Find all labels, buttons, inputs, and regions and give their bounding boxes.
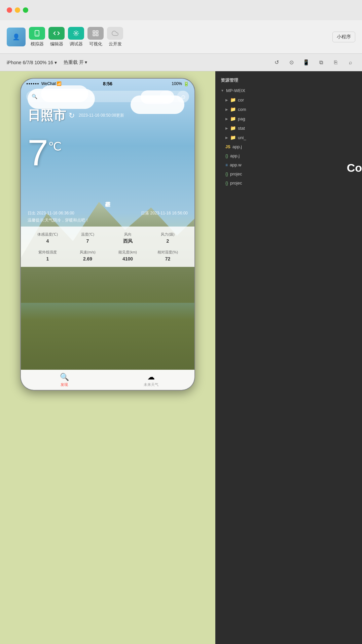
details-grid: 体感温度(℃) 4 温度(℃) 7 风向 西风 风力(级) 2 紫外线强度 1 … <box>28 232 188 261</box>
window-icon[interactable]: ⧉ <box>316 58 326 67</box>
device-selector[interactable]: iPhone 6/7/8 100% 16 ▾ <box>7 60 57 65</box>
tree-item-pag[interactable]: ▶ 📁 pag <box>215 114 362 123</box>
refresh-weather-icon[interactable]: ↻ <box>69 111 75 120</box>
detail-value: 4 <box>46 238 49 244</box>
detail-value: 2.69 <box>83 256 92 261</box>
city-name: 日照市 <box>28 107 66 124</box>
simulator-label: 模拟器 <box>31 41 44 47</box>
editor-button[interactable]: 编辑器 <box>48 27 65 47</box>
tab-discover[interactable]: 🔍 发现 <box>21 373 108 387</box>
simulator-button[interactable]: 模拟器 <box>29 27 45 47</box>
status-bar: ●●●●●● WeChat 📶 8:56 100% 🔋 <box>21 79 194 89</box>
temperature-tip: 温馨提示:天气阴冷，穿暖和点吧！ <box>28 217 188 223</box>
svg-rect-6 <box>96 34 98 36</box>
svg-rect-4 <box>96 31 98 33</box>
detail-label: 风向 <box>124 232 132 237</box>
hot-reload[interactable]: 热重载 开 ▾ <box>64 59 87 66</box>
detail-label: 能见度(km) <box>118 250 137 255</box>
tree-label-appjs: app.j <box>232 144 242 149</box>
tree-arrow-uni: ▶ <box>225 136 228 139</box>
tree-label-stat: stat <box>238 126 245 131</box>
avatar-icon: 👤 <box>12 33 20 41</box>
svg-point-2 <box>75 32 77 34</box>
tab-forecast[interactable]: ☁ 未来天气 <box>108 373 194 387</box>
detail-value: 4100 <box>122 256 133 261</box>
copy-icon[interactable]: ⎘ <box>331 58 340 67</box>
detail-item: 温度(℃) 7 <box>68 232 108 244</box>
location-button[interactable]: ➤ <box>159 91 172 103</box>
detail-label: 温度(℃) <box>81 232 94 237</box>
tree-item-appjs[interactable]: JS app.j <box>215 142 362 151</box>
close-button[interactable] <box>7 7 12 13</box>
sunrise-info: 日出 2023-11-16 06:36:00 <box>28 210 74 216</box>
temperature-unit: ℃ <box>48 139 62 154</box>
location-arrow-icon: ➤ <box>164 94 168 100</box>
svg-rect-5 <box>93 34 95 36</box>
cloud-label: 云开发 <box>109 41 122 47</box>
folder-icon-stat: 📁 <box>230 125 236 131</box>
tree-item-com[interactable]: ▶ 📁 com <box>215 105 362 114</box>
search-icon[interactable]: ⌕ <box>346 58 355 67</box>
editor-icon <box>48 27 65 40</box>
battery-icon: 🔋 <box>183 81 189 86</box>
tree-arrow-com: ▶ <box>225 108 228 111</box>
tree-arrow-cor: ▶ <box>225 98 228 102</box>
status-right: 100% 🔋 <box>172 81 189 86</box>
forecast-icon: ☁ <box>147 373 155 381</box>
detail-item: 风力(级) 2 <box>148 232 188 244</box>
device-bar: iPhone 6/7/8 100% 16 ▾ 热重载 开 ▾ ↺ ⊙ 📱 ⧉ ⎘… <box>0 54 362 71</box>
tree-item-stat[interactable]: ▶ 📁 stat <box>215 123 362 133</box>
folder-icon-cor: 📁 <box>230 97 236 103</box>
status-left: ●●●●●● WeChat 📶 <box>26 81 62 86</box>
detail-item: 能见度(km) 4100 <box>108 250 148 261</box>
svg-rect-3 <box>93 31 95 33</box>
update-time: 2023-11-16 08:50:08更新 <box>79 113 124 118</box>
right-panel: 资源管理 ▼ MP-WEIX ▶ 📁 cor ▶ 📁 com ▶ 📁 pag ▶… <box>215 71 362 644</box>
file-js-icon: JS <box>225 145 230 149</box>
folder-icon-pag: 📁 <box>230 116 236 121</box>
cloud-button[interactable]: 云开发 <box>107 27 123 47</box>
tree-root-arrow: ▼ <box>221 89 224 92</box>
search-icon: 🔍 <box>32 94 37 99</box>
detail-label: 相对湿度(%) <box>157 250 178 255</box>
detail-item: 风速(m/s) 2.69 <box>68 250 108 261</box>
sunset-label: 日落 <box>141 211 149 215</box>
tree-item-cor[interactable]: ▶ 📁 cor <box>215 95 362 105</box>
tree-item-proj1[interactable]: {} projec <box>215 169 362 178</box>
co-partial-text: Co <box>347 161 362 174</box>
mac-titlebar <box>0 0 362 20</box>
target-button[interactable]: ⊙ <box>177 91 189 103</box>
carrier-label: WeChat <box>41 81 56 86</box>
toolbar-right: 小程序 <box>332 32 355 42</box>
file-json-icon-2: {} <box>225 172 228 176</box>
tree-label-appwxss: app.w <box>230 162 242 167</box>
mini-program-button[interactable]: 小程序 <box>332 32 355 42</box>
phone-icon[interactable]: 📱 <box>301 58 311 67</box>
minimize-button[interactable] <box>15 7 20 13</box>
tab-discover-label: 发现 <box>61 382 68 387</box>
detail-value: 2 <box>167 238 169 244</box>
tree-label-uni: uni_ <box>238 135 246 140</box>
refresh-icon[interactable]: ↺ <box>272 58 281 67</box>
discover-icon: 🔍 <box>60 373 69 381</box>
app-content: ●●●●●● WeChat 📶 8:56 100% 🔋 ➤ <box>21 79 194 390</box>
sunrise-time: 2023-11-16 06:36:00 <box>37 211 74 215</box>
sunrise-label: 日出 <box>28 211 36 215</box>
debugger-button[interactable]: 调试器 <box>68 27 84 47</box>
tree-item-proj2[interactable]: {} projec <box>215 178 362 188</box>
tree-arrow-stat: ▶ <box>225 126 228 130</box>
phone-screen: ●●●●●● WeChat 📶 8:56 100% 🔋 ➤ <box>21 79 194 390</box>
device-name: iPhone 6/7/8 100% 16 ▾ <box>7 60 57 65</box>
tree-label-proj1: projec <box>230 171 242 176</box>
maximize-button[interactable] <box>23 7 28 13</box>
visualize-button[interactable]: 可视化 <box>87 27 104 47</box>
cloud-icon <box>107 27 123 40</box>
avatar: 👤 <box>7 28 26 46</box>
tree-item-uni[interactable]: ▶ 📁 uni_ <box>215 133 362 142</box>
detail-label: 风力(级) <box>161 232 174 237</box>
tree-item-appjson[interactable]: {} app.j <box>215 151 362 160</box>
detail-value: 72 <box>165 256 171 261</box>
tree-item-appwxss[interactable]: ≡ app.w <box>215 160 362 169</box>
main-area: ●●●●●● WeChat 📶 8:56 100% 🔋 ➤ <box>0 71 362 644</box>
record-icon[interactable]: ⊙ <box>287 58 296 67</box>
